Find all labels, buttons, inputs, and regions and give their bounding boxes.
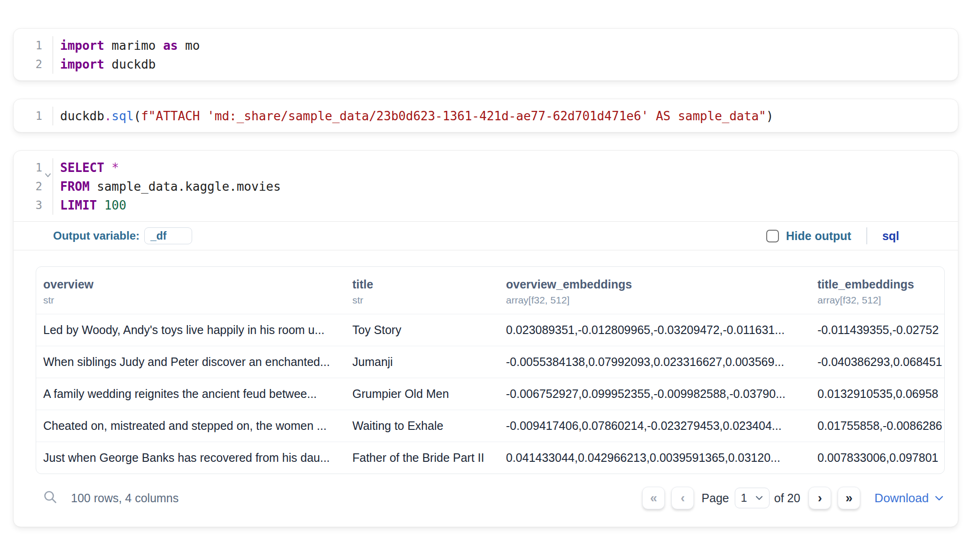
keyword-token: import <box>60 39 104 53</box>
table-row: Just when George Banks has recovered fro… <box>36 442 945 474</box>
cell-sql-query: 1 2 3 SELECT * FROM sample_data.kaggle.m… <box>13 150 958 527</box>
cell-title: Father of the Bride Part II <box>345 442 499 474</box>
next-page-button[interactable]: › <box>809 487 831 509</box>
cell-overview-embeddings: -0.006752927,0.099952355,-0.009982588,-0… <box>499 378 810 410</box>
code-editor-attach[interactable]: 1 duckdb.sql(f"ATTACH 'md:_share/sample_… <box>14 99 958 132</box>
chevron-down-icon <box>934 495 944 501</box>
download-button[interactable]: Download <box>874 491 944 506</box>
column-name: overview_embeddings <box>506 277 806 291</box>
total-pages-label: of 20 <box>774 491 801 505</box>
search-icon[interactable] <box>43 490 58 506</box>
code-line: duckdb.sql(f"ATTACH 'md:_share/sample_da… <box>60 107 958 125</box>
function-token: sql <box>112 109 134 123</box>
language-toggle[interactable]: sql <box>882 229 899 243</box>
cell-overview: Cheated on, mistreated and stepped on, t… <box>36 410 345 442</box>
column-header-title[interactable]: title str <box>345 267 499 314</box>
output-variable-label: Output variable: <box>53 229 140 242</box>
cell-overview: A family wedding reignites the ancient f… <box>36 378 345 410</box>
toolbar-right: Hide output sql <box>766 227 899 244</box>
table-row: When siblings Judy and Peter discover an… <box>36 346 945 378</box>
code-editor-sql[interactable]: 1 2 3 SELECT * FROM sample_data.kaggle.m… <box>14 151 958 221</box>
code-token: sample_data.kaggle.movies <box>90 179 281 194</box>
hide-output-label[interactable]: Hide output <box>786 229 851 243</box>
chevron-down-icon <box>755 495 763 501</box>
cell-title: Grumpier Old Men <box>345 378 499 410</box>
code-token: duckdb <box>104 57 156 71</box>
number-token: 100 <box>104 198 126 212</box>
line-number-gutter: 1 <box>14 107 53 125</box>
code-line: import marimo as mo <box>60 36 958 55</box>
column-header-title-embeddings[interactable]: title_embeddings array[f32, 512] <box>810 267 945 314</box>
table-row: A family wedding reignites the ancient f… <box>36 378 945 410</box>
page-label: Page <box>701 491 729 505</box>
download-label: Download <box>874 491 929 506</box>
row-column-count: 100 rows, 4 columns <box>71 491 179 505</box>
code-line: FROM sample_data.kaggle.movies <box>60 177 958 196</box>
column-type: array[f32, 512] <box>817 294 941 306</box>
cell-overview-embeddings: 0.023089351,-0.012809965,-0.03209472,-0.… <box>499 314 810 346</box>
code-token: marimo <box>104 39 163 53</box>
dataframe-table: overview str title str overview_embeddin… <box>36 266 945 474</box>
code-token: ) <box>766 109 774 123</box>
code-line: LIMIT 100 <box>60 196 958 215</box>
string-token: f"ATTACH 'md:_share/sample_data/23b0d623… <box>141 109 766 123</box>
keyword-token: import <box>60 57 104 71</box>
first-page-button[interactable]: « <box>642 487 665 509</box>
column-type: str <box>352 294 494 306</box>
cell-overview-embeddings: -0.009417406,0.07860214,-0.023279453,0.0… <box>499 410 810 442</box>
line-number: 1 <box>14 107 53 125</box>
cell-imports: 1 2 import marimo as mo import duckdb <box>13 28 958 81</box>
keyword-token: SELECT <box>60 161 104 175</box>
code-lines: SELECT * FROM sample_data.kaggle.movies … <box>53 158 958 215</box>
line-number: 3 <box>14 196 53 215</box>
cell-toolbar: Output variable: Hide output sql <box>14 221 958 250</box>
line-number-gutter: 1 2 3 <box>14 158 53 215</box>
code-token: mo <box>178 39 200 53</box>
pagination: « ‹ Page 1 of 20 › » Download <box>642 487 944 509</box>
cell-overview: Led by Woody, Andy's toys live happily i… <box>36 314 345 346</box>
cell-title: Toy Story <box>345 314 499 346</box>
line-number: 1 <box>14 36 53 55</box>
code-token <box>104 161 112 175</box>
code-token: duckdb <box>60 109 104 123</box>
cell-output: overview str title str overview_embeddin… <box>14 250 958 527</box>
column-type: str <box>43 294 341 306</box>
page-select-value: 1 <box>741 491 747 505</box>
output-variable-input[interactable] <box>144 227 192 244</box>
table-row: Led by Woody, Andy's toys live happily i… <box>36 314 945 346</box>
last-page-button[interactable]: » <box>838 487 860 509</box>
cell-title-embeddings: 0.007833006,0.097801 <box>810 442 945 474</box>
cell-title-embeddings: -0.011439355,-0.02752 <box>810 314 945 346</box>
cell-title: Jumanji <box>345 346 499 378</box>
cell-overview-embeddings: 0.041433044,0.042966213,0.0039591365,0.0… <box>499 442 810 474</box>
code-lines: duckdb.sql(f"ATTACH 'md:_share/sample_da… <box>53 107 958 125</box>
line-number: 2 <box>14 177 53 196</box>
column-name: overview <box>43 277 341 291</box>
page-select[interactable]: 1 <box>735 488 770 508</box>
keyword-token: as <box>163 39 178 53</box>
column-name: title <box>352 277 494 291</box>
cell-overview: Just when George Banks has recovered fro… <box>36 442 345 474</box>
table-header-row: overview str title str overview_embeddin… <box>36 267 945 314</box>
keyword-token: LIMIT <box>60 198 97 212</box>
cell-title: Waiting to Exhale <box>345 410 499 442</box>
code-token: ( <box>134 109 141 123</box>
cell-overview-embeddings: -0.0055384138,0.07992093,0.023316627,0.0… <box>499 346 810 378</box>
cell-overview: When siblings Judy and Peter discover an… <box>36 346 345 378</box>
notebook-page: 1 2 import marimo as mo import duckdb 1 … <box>0 0 958 527</box>
column-header-overview[interactable]: overview str <box>36 267 345 314</box>
code-line: SELECT * <box>60 158 958 177</box>
previous-page-button[interactable]: ‹ <box>671 487 694 509</box>
code-token <box>97 198 104 212</box>
column-header-overview-embeddings[interactable]: overview_embeddings array[f32, 512] <box>499 267 810 314</box>
line-number: 2 <box>14 55 53 74</box>
table-footer: 100 rows, 4 columns « ‹ Page 1 of 20 › »… <box>36 479 944 517</box>
code-editor-imports[interactable]: 1 2 import marimo as mo import duckdb <box>14 29 958 80</box>
operator-token: . <box>104 109 112 123</box>
code-lines: import marimo as mo import duckdb <box>53 36 958 74</box>
keyword-token: FROM <box>60 179 90 194</box>
operator-token: * <box>112 161 119 175</box>
column-name: title_embeddings <box>817 277 941 291</box>
line-number: 1 <box>14 158 53 177</box>
hide-output-checkbox[interactable] <box>766 230 779 242</box>
